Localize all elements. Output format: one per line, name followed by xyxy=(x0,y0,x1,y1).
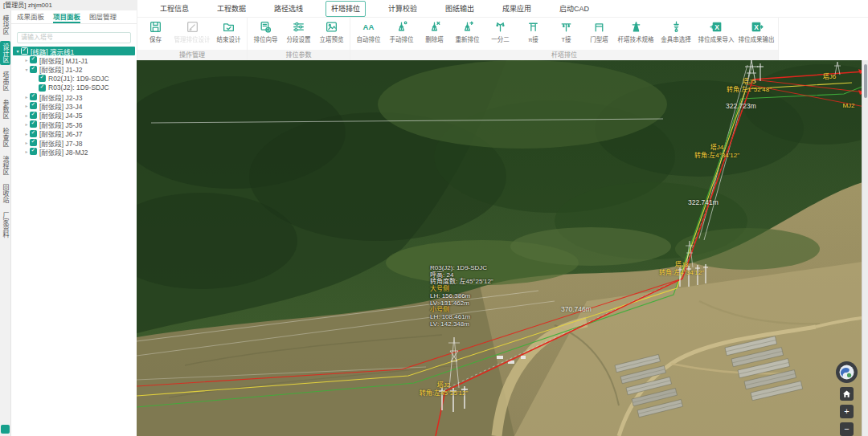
rail-tab[interactable]: 回收站 xyxy=(0,181,10,206)
viewport-controls: + − xyxy=(836,361,858,436)
expand-caret-icon[interactable]: ▸ xyxy=(23,121,30,127)
tree-checkbox[interactable] xyxy=(30,130,37,137)
panel-tab[interactable]: 项目面板 xyxy=(53,10,80,23)
menu-tab-item[interactable]: 成果应用 xyxy=(497,1,537,17)
tree-row[interactable]: R02(J1): 1D9-SDJC xyxy=(13,74,135,83)
tree-checkbox[interactable] xyxy=(39,75,46,82)
toolbar-button-label: 排位向导 xyxy=(254,37,278,44)
tree-row[interactable]: ▸[耐张段] J2-J3 xyxy=(13,92,135,101)
tree-row[interactable]: ▸[耐张段] J4-J5 xyxy=(13,111,135,120)
tree-checkbox[interactable] xyxy=(30,66,37,73)
toolbar-button[interactable]: 手动排位 xyxy=(385,20,418,43)
toolbar-button[interactable]: 删除塔 xyxy=(418,20,451,43)
tree-checkbox[interactable] xyxy=(30,148,37,155)
toolbar-group: 保存管理排位设计结束设计操作管理 xyxy=(137,18,248,60)
toolbar-button[interactable]: 分段设置 xyxy=(282,20,315,43)
rail-tab[interactable]: 模块区 xyxy=(0,13,10,37)
menu-tab-item[interactable]: 路径选线 xyxy=(268,1,309,17)
expand-caret-icon[interactable]: ▸ xyxy=(23,103,30,108)
tree-item-label: [耐张段] J8-MJ2 xyxy=(39,147,88,157)
zoom-in-button[interactable]: + xyxy=(840,405,854,418)
toolbar: 保存管理排位设计结束设计操作管理排位向导分段设置立塔预览排位参数AA自动排位手动… xyxy=(137,18,868,60)
expand-caret-icon[interactable]: ▸ xyxy=(23,140,30,145)
toolbar-buttons: 保存管理排位设计结束设计 xyxy=(137,18,247,49)
toolbar-buttons: 排位向导分段设置立塔预览 xyxy=(248,18,350,49)
excel-export-icon: X xyxy=(750,20,764,36)
home-button[interactable] xyxy=(840,387,854,401)
toolbar-button[interactable]: AA自动排位 xyxy=(352,20,385,43)
tree-row[interactable]: ▸[耐张段] MJ1-J1 xyxy=(13,55,135,64)
toolbar-button-label: 杆塔技术规格 xyxy=(618,37,654,44)
expand-caret-icon[interactable]: ▸ xyxy=(23,149,30,154)
tree-item-label: [耐张段] J3-J4 xyxy=(39,101,82,111)
segment-settings-icon xyxy=(292,20,305,36)
panel-tab[interactable]: 图层管理 xyxy=(89,10,117,23)
toolbar-button[interactable]: 保存 xyxy=(139,20,172,43)
menu-tab-item[interactable]: 计算校验 xyxy=(383,1,423,17)
tree-row[interactable]: ▸[耐张段] J8-MJ2 xyxy=(13,147,135,156)
tree-checkbox[interactable] xyxy=(30,93,37,100)
rail-tab[interactable]: 塔串区 xyxy=(0,69,10,93)
toolbar-button[interactable]: 结束设计 xyxy=(212,20,245,43)
folder-check-icon xyxy=(222,20,235,36)
rail-tab[interactable]: 流程区 xyxy=(0,153,10,177)
menu-tab-item[interactable]: 工程数据 xyxy=(211,1,252,17)
viewport-3d[interactable]: 塔J2转角:左45°25'12"塔J3转角:左4°34'12"塔J4转角:左4°… xyxy=(137,60,868,436)
compass-button[interactable] xyxy=(836,361,858,383)
expand-caret-icon[interactable]: ▸ xyxy=(23,94,30,100)
expand-caret-icon[interactable]: ▸ xyxy=(23,131,30,137)
toolbar-button[interactable]: X排位成果导入 xyxy=(696,20,736,43)
expand-caret-icon[interactable]: ▾ xyxy=(23,67,30,72)
menu-tab-active[interactable]: 杆塔排位 xyxy=(326,1,366,17)
right-scrollbar[interactable] xyxy=(862,60,868,436)
toolbar-button[interactable]: 立塔预览 xyxy=(315,20,348,43)
toolbar-button[interactable]: 金具串选择 xyxy=(656,20,696,43)
tree-row[interactable]: ▸[耐张段] J7-J8 xyxy=(13,138,135,147)
tree-checkbox[interactable] xyxy=(30,102,37,109)
tree-row[interactable]: ▸[耐张段] J5-J6 xyxy=(13,120,135,128)
auto-icon: AA xyxy=(362,20,375,36)
panel-tab[interactable]: 成果面板 xyxy=(17,10,44,23)
tree-checkbox[interactable] xyxy=(21,47,28,55)
tree-checkbox[interactable] xyxy=(30,120,37,128)
rail-collapse-button[interactable] xyxy=(1,425,10,434)
zoom-out-button[interactable]: − xyxy=(840,422,854,436)
tower-spec-icon xyxy=(629,20,643,36)
menu-tab-item[interactable]: 启动CAD xyxy=(554,1,595,17)
tree-checkbox[interactable] xyxy=(30,112,37,119)
toolbar-button-label: 管理排位设计 xyxy=(174,37,211,44)
toolbar-button-label: 金具串选择 xyxy=(661,37,691,44)
toolbar-button[interactable]: 一分二 xyxy=(484,20,517,43)
search-input[interactable] xyxy=(17,32,131,43)
tree-checkbox[interactable] xyxy=(30,56,37,63)
toolbar-button[interactable]: T接 xyxy=(550,20,583,43)
tree-row[interactable]: ▸[耐张段] J6-J7 xyxy=(13,129,135,138)
rail-tab[interactable]: 厂家资料 xyxy=(0,210,10,240)
tree-checkbox[interactable] xyxy=(30,139,37,146)
expand-caret-icon[interactable]: ▸ xyxy=(23,112,30,118)
toolbar-button[interactable]: 重新排位 xyxy=(451,20,484,43)
toolbar-group-label: 操作管理 xyxy=(137,50,247,60)
toolbar-button[interactable]: π接 xyxy=(517,20,550,43)
rail-tab[interactable]: 设计区 xyxy=(0,41,10,65)
tree-row[interactable]: ▸[耐张段] J3-J4 xyxy=(13,101,135,110)
tree-row[interactable]: ▾[耐张段] J1-J2 xyxy=(13,65,135,74)
tree-item-label: [线路] 演示线1 xyxy=(31,47,74,56)
toolbar-button-label: 保存 xyxy=(149,37,162,44)
expand-caret-icon[interactable]: ▾ xyxy=(14,48,21,54)
menu-tab-item[interactable]: 工程信息 xyxy=(154,1,194,17)
tree-row[interactable]: R03(J2): 1D9-SDJC xyxy=(13,84,135,92)
tree-checkbox[interactable] xyxy=(39,84,46,92)
toolbar-button[interactable]: 门型塔 xyxy=(583,20,616,43)
rail-tab[interactable]: 参数区 xyxy=(0,97,10,121)
toolbar-button[interactable]: 杆塔技术规格 xyxy=(616,20,656,43)
rail-tab[interactable]: 检查区 xyxy=(0,125,10,149)
tree-item-label: [耐张段] J4-J5 xyxy=(39,110,82,120)
toolbar-button-label: 结束设计 xyxy=(217,37,241,44)
tree-row[interactable]: ▾[线路] 演示线1 xyxy=(13,47,135,55)
expand-caret-icon[interactable]: ▸ xyxy=(23,57,30,63)
terrain-3d-view[interactable] xyxy=(137,60,868,436)
toolbar-button[interactable]: X排位成果输出 xyxy=(736,20,776,43)
toolbar-button[interactable]: 排位向导 xyxy=(249,20,282,43)
menu-tab-item[interactable]: 图纸输出 xyxy=(440,1,480,17)
